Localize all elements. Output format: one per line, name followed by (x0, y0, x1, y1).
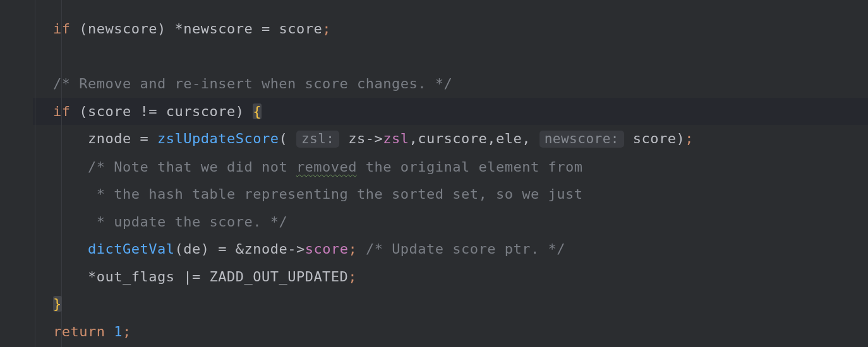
identifier: zs (348, 131, 366, 146)
comment: * the hash table representing the sorted… (88, 186, 582, 202)
paren-open: ( (279, 131, 287, 146)
identifier: znode (244, 241, 287, 257)
args: ,curscore,ele, (409, 131, 530, 146)
paren-close: ) (201, 241, 210, 257)
paren-close: ) (236, 103, 253, 119)
identifier: out_flags (97, 269, 175, 285)
indent-guide (35, 0, 35, 347)
function-call: dictGetVal (88, 241, 174, 257)
paren-open: ( (174, 241, 183, 257)
operator-arrow: -> (287, 241, 305, 257)
comment: the original element from (357, 159, 582, 175)
identifier: newscore (88, 21, 157, 37)
function-call: zslUpdateScore (157, 131, 279, 146)
identifier-macro: ZADD_OUT_UPDATED (209, 269, 348, 285)
paren-open: ( (79, 103, 88, 119)
brace-close-matched: } (53, 296, 62, 312)
identifier: znode (88, 131, 131, 146)
semicolon: ; (348, 241, 357, 257)
param-hint: newscore: (539, 131, 624, 148)
operator-arrow: -> (366, 131, 383, 146)
keyword-if: if (53, 103, 71, 119)
comment: /* Remove and re-insert when score chang… (53, 76, 452, 91)
gutter (0, 0, 33, 347)
identifier: score (633, 131, 677, 146)
semicolon: ; (123, 324, 131, 339)
identifier: de (183, 241, 201, 257)
brace-open-matched: { (253, 103, 262, 119)
comment: /* Update score ptr. */ (366, 241, 565, 257)
number-literal: 1 (114, 324, 123, 339)
semicolon: ; (685, 131, 694, 146)
semicolon: ; (348, 269, 357, 285)
member: zsl (383, 131, 409, 146)
comment: /* Note that we did not (88, 159, 296, 175)
keyword-return: return (53, 324, 105, 339)
semicolon: ; (322, 21, 331, 37)
paren-open: ( (79, 21, 88, 37)
keyword-if: if (53, 21, 71, 37)
space (105, 324, 114, 339)
operator-deref: * (166, 21, 184, 37)
code-editor[interactable]: if (newscore) *newscore = score; /* Remo… (53, 15, 694, 345)
operator-neq: != (131, 103, 166, 119)
operator-deref: * (88, 269, 97, 285)
param-hint: zsl: (296, 131, 340, 148)
space (357, 241, 366, 257)
operator-assign: = (131, 131, 157, 146)
identifier: score (279, 21, 322, 37)
paren-close: ) (157, 21, 166, 37)
identifier: curscore (166, 103, 236, 119)
paren-close: ) (676, 131, 685, 146)
comment: * update the score. */ (88, 214, 287, 230)
identifier: newscore (183, 21, 253, 37)
typo-highlight: removed (296, 159, 357, 175)
operator-assign: = (253, 21, 279, 37)
identifier: score (88, 103, 131, 119)
operator-or-assign: |= (174, 269, 209, 285)
operator-assign: = & (209, 241, 244, 257)
member: score (305, 241, 349, 257)
